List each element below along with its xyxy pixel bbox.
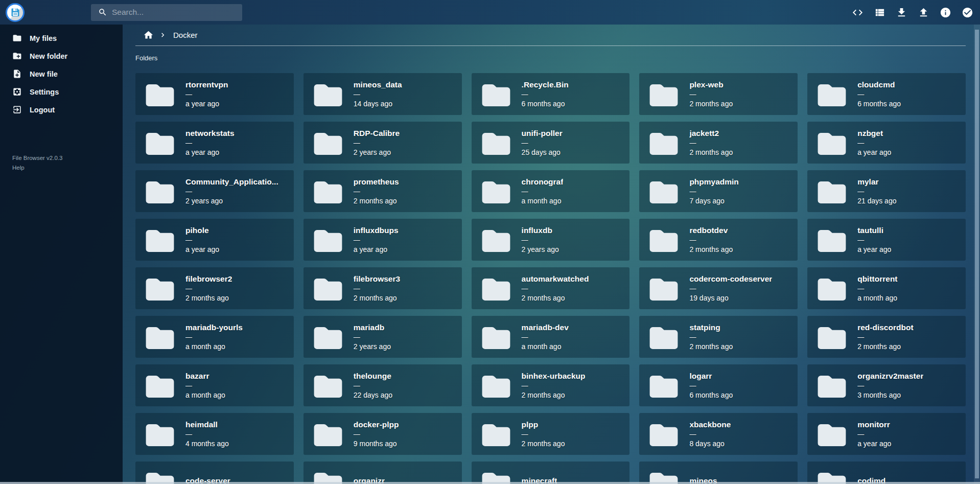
info-icon <box>940 7 951 18</box>
folder-name: mylar <box>857 177 896 187</box>
sidebar-item-new-folder[interactable]: New folder <box>0 47 123 65</box>
folder-card[interactable]: mariadb-dev — a month ago <box>472 316 630 358</box>
folder-card[interactable]: redbotdev — 2 months ago <box>639 219 798 261</box>
folder-card[interactable]: pihole — a year ago <box>135 219 294 261</box>
folder-icon <box>314 228 342 252</box>
view-list-button[interactable] <box>873 6 885 18</box>
folder-card[interactable]: red-discordbot — 2 months ago <box>807 316 966 358</box>
sidebar-item-logout[interactable]: Logout <box>0 101 123 119</box>
folder-card[interactable]: mariadb-yourls — a month ago <box>135 316 294 358</box>
folder-card[interactable]: minecraft <box>472 462 630 484</box>
folder-card[interactable]: statping — 2 months ago <box>639 316 798 358</box>
folder-card-text: redbotdev — 2 months ago <box>689 226 733 253</box>
folder-card[interactable]: unifi-poller — 25 days ago <box>472 122 630 164</box>
folder-size: — <box>689 140 733 146</box>
folder-size: — <box>354 237 399 243</box>
folder-name: filebrowser3 <box>354 274 400 284</box>
folder-card[interactable]: heimdall — 4 months ago <box>135 413 294 455</box>
folder-card[interactable]: mylar — 21 days ago <box>807 170 966 212</box>
sidebar-item-new-file[interactable]: New file <box>0 65 123 83</box>
shell-button[interactable] <box>851 6 864 18</box>
folder-name: .Recycle.Bin <box>522 80 569 89</box>
folder-card[interactable]: prometheus — 2 months ago <box>304 170 462 212</box>
download-button[interactable] <box>895 6 907 18</box>
search-input[interactable] <box>112 8 237 17</box>
folder-name: prometheus <box>354 177 399 187</box>
folder-card[interactable]: .Recycle.Bin — 6 months ago <box>472 73 630 115</box>
folder-card[interactable]: logarr — 6 months ago <box>639 364 798 406</box>
folder-name: logarr <box>689 372 733 381</box>
folder-card[interactable]: automarkwatched — 2 months ago <box>472 267 630 309</box>
folder-card[interactable]: filebrowser3 — 2 months ago <box>304 267 462 309</box>
folder-icon <box>482 179 510 203</box>
sidebar-item-label: New folder <box>30 52 67 60</box>
horizontal-scrollbar[interactable] <box>0 482 980 484</box>
select-multiple-button[interactable] <box>961 6 973 18</box>
folder-name: thelounge <box>354 372 392 381</box>
folder-card[interactable]: qbittorrent — a month ago <box>807 267 966 309</box>
folder-card[interactable]: xbackbone — 8 days ago <box>639 413 798 455</box>
folder-time: 7 days ago <box>689 197 738 205</box>
folder-time: 25 days ago <box>522 148 563 156</box>
folder-card[interactable]: networkstats — a year ago <box>135 122 294 164</box>
folder-card[interactable]: codercom-codeserver — 19 days ago <box>639 267 798 309</box>
folder-card[interactable]: code-server <box>135 462 294 484</box>
folder-time: 2 years ago <box>185 197 278 205</box>
folder-icon <box>649 131 678 155</box>
folder-card[interactable]: plex-web — 2 months ago <box>639 73 798 115</box>
folder-card-text: jackett2 — 2 months ago <box>689 129 733 156</box>
folder-card[interactable]: influxdb — 2 years ago <box>472 219 630 261</box>
folder-card[interactable]: binhex-urbackup — 2 months ago <box>472 364 630 406</box>
folder-card[interactable]: mineos <box>639 462 798 484</box>
sidebar-item-my-files[interactable]: My files <box>0 29 123 47</box>
upload-button[interactable] <box>917 6 929 18</box>
folder-name: docker-plpp <box>354 420 399 429</box>
folder-size: — <box>857 382 923 389</box>
folder-card[interactable]: jackett2 — 2 months ago <box>639 122 798 164</box>
folder-card[interactable]: influxdbups — a year ago <box>304 219 462 261</box>
folder-size: — <box>689 237 733 243</box>
folder-card[interactable]: thelounge — 22 days ago <box>304 364 462 406</box>
folder-card[interactable]: tautulli — a year ago <box>807 219 966 261</box>
folder-card[interactable]: Community_Applicatio... — 2 years ago <box>135 170 294 212</box>
vertical-scrollbar-thumb[interactable] <box>975 30 979 478</box>
folder-time: 3 months ago <box>857 391 923 399</box>
folder-size: — <box>857 91 901 98</box>
folder-icon <box>314 374 342 398</box>
folder-card[interactable]: docker-plpp — 9 months ago <box>304 413 462 455</box>
folder-card[interactable]: mineos_data — 14 days ago <box>304 73 462 115</box>
folder-card[interactable]: organizr <box>304 462 462 484</box>
folder-card[interactable]: rtorrentvpn — a year ago <box>135 73 294 115</box>
folder-card[interactable]: bazarr — a month ago <box>135 364 294 406</box>
folder-card[interactable]: monitorr — a year ago <box>807 413 966 455</box>
folder-icon <box>146 82 174 106</box>
folder-card[interactable]: RDP-Calibre — 2 years ago <box>304 122 462 164</box>
folder-size: — <box>857 188 896 195</box>
folder-card[interactable]: cloudcmd — 6 months ago <box>807 73 966 115</box>
folder-card[interactable]: codimd <box>807 462 966 484</box>
folder-card-text: networkstats — a year ago <box>185 129 235 156</box>
folder-icon <box>649 228 678 252</box>
folder-size: — <box>522 382 586 389</box>
folder-card[interactable]: nzbget — a year ago <box>807 122 966 164</box>
folder-time: 6 months ago <box>522 100 569 108</box>
home-icon[interactable] <box>143 30 154 40</box>
folder-card-text: red-discordbot — 2 months ago <box>857 323 913 351</box>
folder-time: 21 days ago <box>857 197 896 205</box>
folder-size: — <box>354 140 400 146</box>
folder-card[interactable]: organizrv2master — 3 months ago <box>807 364 966 406</box>
sidebar-item-settings[interactable]: Settings <box>0 83 123 101</box>
info-button[interactable] <box>939 6 951 18</box>
folder-time: a year ago <box>354 245 399 253</box>
folder-card[interactable]: mariadb — 2 years ago <box>304 316 462 358</box>
folder-card[interactable]: filebrowser2 — 2 months ago <box>135 267 294 309</box>
folder-card[interactable]: chronograf — a month ago <box>472 170 630 212</box>
folder-icon <box>649 82 678 106</box>
create-new-folder-icon <box>12 51 22 61</box>
folder-card[interactable]: plpp — 2 months ago <box>472 413 630 455</box>
folder-size: — <box>185 188 278 195</box>
help-link[interactable]: Help <box>12 163 25 173</box>
folder-card-text: phpmyadmin — 7 days ago <box>689 177 738 205</box>
folder-card[interactable]: phpmyadmin — 7 days ago <box>639 170 798 212</box>
folder-size: — <box>354 334 391 340</box>
